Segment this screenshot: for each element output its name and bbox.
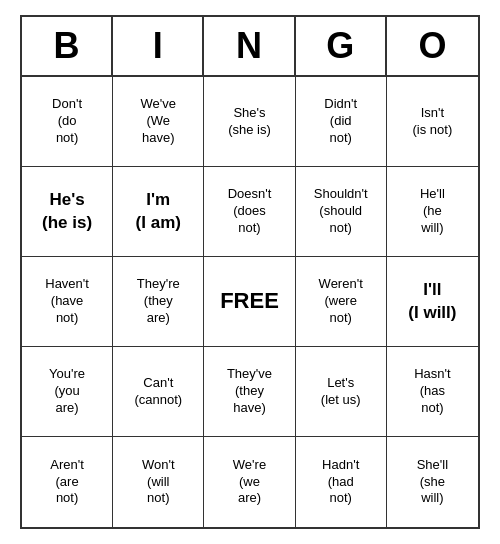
bingo-cell-21[interactable]: Won't(willnot): [113, 437, 204, 527]
bingo-card: BINGO Don't(donot)We've(Wehave)She's(she…: [20, 15, 480, 529]
bingo-cell-8[interactable]: Shouldn't(shouldnot): [296, 167, 387, 257]
header-letter-g: G: [296, 17, 387, 75]
bingo-header: BINGO: [22, 17, 478, 77]
bingo-cell-10[interactable]: Haven't(havenot): [22, 257, 113, 347]
bingo-cell-16[interactable]: Can't(cannot): [113, 347, 204, 437]
header-letter-b: B: [22, 17, 113, 75]
bingo-cell-23[interactable]: Hadn't(hadnot): [296, 437, 387, 527]
header-letter-n: N: [204, 17, 295, 75]
bingo-cell-2[interactable]: She's(she is): [204, 77, 295, 167]
bingo-cell-7[interactable]: Doesn't(doesnot): [204, 167, 295, 257]
bingo-cell-19[interactable]: Hasn't(hasnot): [387, 347, 478, 437]
header-letter-o: O: [387, 17, 478, 75]
bingo-cell-24[interactable]: She'll(shewill): [387, 437, 478, 527]
bingo-cell-5[interactable]: He's(he is): [22, 167, 113, 257]
header-letter-i: I: [113, 17, 204, 75]
bingo-cell-9[interactable]: He'll(hewill): [387, 167, 478, 257]
bingo-cell-14[interactable]: I'll(I will): [387, 257, 478, 347]
bingo-cell-4[interactable]: Isn't(is not): [387, 77, 478, 167]
bingo-cell-13[interactable]: Weren't(werenot): [296, 257, 387, 347]
bingo-cell-3[interactable]: Didn't(didnot): [296, 77, 387, 167]
bingo-cell-11[interactable]: They're(theyare): [113, 257, 204, 347]
bingo-cell-20[interactable]: Aren't(arenot): [22, 437, 113, 527]
bingo-grid: Don't(donot)We've(Wehave)She's(she is)Di…: [22, 77, 478, 527]
bingo-cell-1[interactable]: We've(Wehave): [113, 77, 204, 167]
bingo-cell-22[interactable]: We're(weare): [204, 437, 295, 527]
bingo-cell-18[interactable]: Let's(let us): [296, 347, 387, 437]
bingo-cell-6[interactable]: I'm(I am): [113, 167, 204, 257]
bingo-cell-17[interactable]: They've(theyhave): [204, 347, 295, 437]
bingo-cell-15[interactable]: You're(youare): [22, 347, 113, 437]
bingo-cell-12[interactable]: FREE: [204, 257, 295, 347]
bingo-cell-0[interactable]: Don't(donot): [22, 77, 113, 167]
